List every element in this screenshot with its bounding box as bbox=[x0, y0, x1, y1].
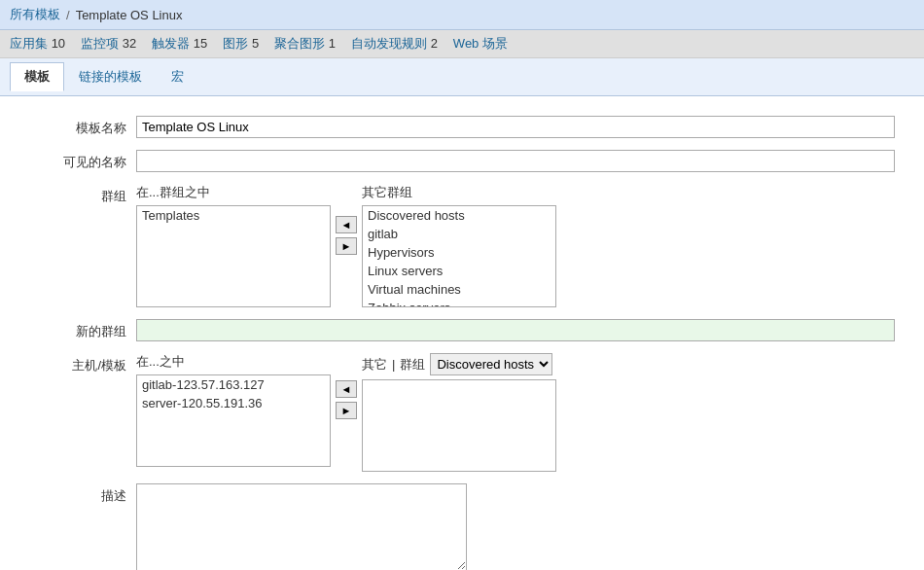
template-name-row: 模板名称 bbox=[29, 116, 895, 138]
right-group-item-hypervisors[interactable]: Hypervisors bbox=[363, 243, 555, 262]
host-arrows: ◄ ► bbox=[331, 353, 362, 445]
host-item-gitlab[interactable]: gitlab-123.57.163.127 bbox=[137, 375, 330, 394]
left-host-list[interactable]: gitlab-123.57.163.127 server-120.55.191.… bbox=[136, 374, 331, 467]
host-template-control: 在...之中 gitlab-123.57.163.127 server-120.… bbox=[136, 353, 895, 472]
menu-item-triggers[interactable]: 触发器 15 bbox=[152, 35, 207, 53]
template-name-input[interactable] bbox=[136, 116, 895, 138]
host-move-left-btn[interactable]: ◄ bbox=[336, 380, 357, 398]
right-group-item-discovered[interactable]: Discovered hosts bbox=[363, 206, 555, 225]
host-item-server[interactable]: server-120.55.191.36 bbox=[137, 394, 330, 412]
breadcrumb: 所有模板 / Template OS Linux bbox=[0, 0, 924, 30]
right-host-section: 其它 | 群组 Discovered hosts Templates gitla… bbox=[362, 353, 556, 472]
right-group-item-gitlab[interactable]: gitlab bbox=[363, 225, 555, 243]
right-group-item-linux[interactable]: Linux servers bbox=[363, 262, 555, 280]
host-other-label: 其它 bbox=[362, 356, 387, 374]
host-group-label-text: | bbox=[392, 357, 395, 372]
menu-item-monitors[interactable]: 监控项 32 bbox=[81, 35, 136, 53]
menu-item-apps[interactable]: 应用集 10 bbox=[10, 35, 65, 53]
groups-row: 群组 在...群组之中 Templates ◄ ► 其它群组 Discovere… bbox=[29, 184, 895, 307]
template-name-label: 模板名称 bbox=[29, 116, 136, 137]
tab-macros[interactable]: 宏 bbox=[157, 62, 198, 91]
visible-name-control bbox=[136, 150, 895, 172]
right-group-section: 其它群组 Discovered hosts gitlab Hypervisors… bbox=[362, 184, 556, 307]
tab-linked-templates[interactable]: 链接的模板 bbox=[64, 62, 157, 91]
left-host-section: 在...之中 gitlab-123.57.163.127 server-120.… bbox=[136, 353, 331, 467]
host-template-row: 主机/模板 在...之中 gitlab-123.57.163.127 serve… bbox=[29, 353, 895, 472]
breadcrumb-sep: / bbox=[66, 8, 70, 22]
visible-name-input[interactable] bbox=[136, 150, 895, 172]
host-group-label: 群组 bbox=[400, 356, 425, 374]
groups-control: 在...群组之中 Templates ◄ ► 其它群组 Discovered h… bbox=[136, 184, 895, 307]
groups-label: 群组 bbox=[29, 184, 136, 205]
new-group-row: 新的群组 bbox=[29, 319, 895, 341]
tab-template[interactable]: 模板 bbox=[10, 62, 64, 91]
menu-item-graphs[interactable]: 图形 5 bbox=[223, 35, 259, 53]
description-row: 描述 bbox=[29, 483, 895, 570]
visible-name-row: 可见的名称 bbox=[29, 150, 895, 172]
visible-name-label: 可见的名称 bbox=[29, 150, 136, 171]
move-left-btn[interactable]: ◄ bbox=[336, 216, 357, 233]
description-textarea[interactable] bbox=[136, 483, 467, 570]
right-host-list[interactable] bbox=[362, 379, 556, 472]
menu-item-discovery[interactable]: 自动发现规则 2 bbox=[351, 35, 438, 53]
breadcrumb-all[interactable]: 所有模板 bbox=[10, 6, 60, 23]
right-group-item-virtual[interactable]: Virtual machines bbox=[363, 280, 555, 299]
host-move-right-btn[interactable]: ► bbox=[336, 402, 357, 419]
menu-bar: 应用集 10 监控项 32 触发器 15 图形 5 聚合图形 1 自动发现规则 … bbox=[0, 30, 924, 58]
sub-nav: 模板 链接的模板 宏 bbox=[0, 58, 924, 96]
description-control bbox=[136, 483, 895, 570]
in-group-label: 在...群组之中 bbox=[136, 184, 331, 201]
breadcrumb-current: Template OS Linux bbox=[76, 8, 183, 22]
new-group-control bbox=[136, 319, 895, 341]
new-group-label: 新的群组 bbox=[29, 319, 136, 340]
host-in-label: 在...之中 bbox=[136, 353, 331, 371]
group-arrows: ◄ ► bbox=[331, 184, 362, 286]
left-group-section: 在...群组之中 Templates bbox=[136, 184, 331, 307]
host-template-label: 主机/模板 bbox=[29, 353, 136, 374]
other-group-label: 其它群组 bbox=[362, 184, 556, 201]
host-group-dropdown[interactable]: Discovered hosts Templates gitlab Hyperv… bbox=[430, 353, 552, 375]
menu-item-aggregate[interactable]: 聚合图形 1 bbox=[274, 35, 336, 53]
left-group-list[interactable]: Templates bbox=[136, 205, 331, 307]
main-content: 模板名称 可见的名称 群组 在...群组之中 Templates ◄ bbox=[0, 96, 924, 570]
template-name-control bbox=[136, 116, 895, 138]
new-group-input[interactable] bbox=[136, 319, 895, 341]
description-label: 描述 bbox=[29, 483, 136, 505]
right-group-item-zabbix[interactable]: Zabbix servers bbox=[363, 299, 555, 307]
menu-item-web[interactable]: Web 场景 bbox=[453, 35, 508, 53]
move-right-btn[interactable]: ► bbox=[336, 237, 357, 255]
left-group-item[interactable]: Templates bbox=[137, 206, 330, 225]
right-group-list[interactable]: Discovered hosts gitlab Hypervisors Linu… bbox=[362, 205, 556, 307]
host-group-select-row: 其它 | 群组 Discovered hosts Templates gitla… bbox=[362, 353, 556, 375]
